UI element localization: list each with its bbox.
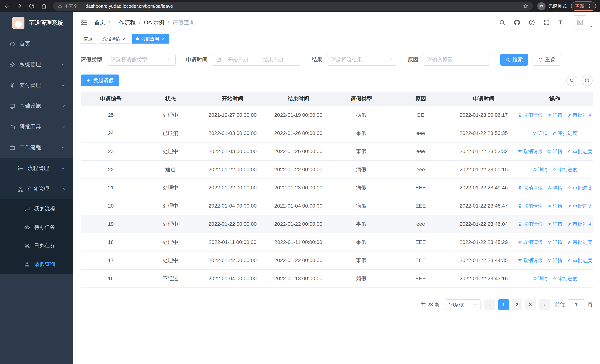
tab-0[interactable]: 首页 [80,34,96,44]
approval-progress-link[interactable]: 审批进度 [567,185,592,191]
page-size-select[interactable]: 10条/页 [445,299,481,310]
detail-link[interactable]: 详情 [547,239,562,246]
leave-type-select[interactable]: 请选择请假类型 [107,54,176,65]
sidebar-item-dashboard[interactable]: 首页 [0,33,73,54]
apply-time-range[interactable]: - [212,54,301,65]
cell: 2022-01-22 23:53:32 [450,142,517,160]
detail-link[interactable]: 详情 [547,257,562,264]
action-label: 详情 [553,257,562,264]
github-icon[interactable] [514,19,520,26]
bookmark-star-icon[interactable] [523,3,528,9]
sidebar-item-tree[interactable]: 任务管理 [0,179,73,199]
sidebar-item-chat[interactable]: 我的流程 [0,199,73,218]
detail-link[interactable]: 详情 [547,148,562,155]
close-icon[interactable] [161,37,165,41]
reason-field[interactable] [423,54,490,65]
breadcrumb-item[interactable]: 首页 [94,19,105,26]
cancel-leave-link[interactable]: 取消请假 [518,203,543,209]
edit-icon [552,131,557,135]
approval-progress-link[interactable]: 审批进度 [567,239,592,246]
tab-2[interactable]: 请假查询 [132,34,169,44]
prev-page-button[interactable] [484,299,495,310]
sidebar-item-monitor[interactable]: 基础设施 [0,96,73,116]
approval-progress-link[interactable]: 审批进度 [552,275,577,282]
sidebar-item-briefcase[interactable]: 工作流程 [0,137,73,158]
update-button[interactable]: 更新 [571,1,596,11]
cancel-leave-link[interactable]: 取消请假 [518,257,543,264]
font-size-icon[interactable] [558,19,565,26]
approval-progress-link[interactable]: 审批进度 [567,257,592,264]
cancel-leave-link[interactable]: 取消请假 [518,239,543,246]
close-icon[interactable] [122,37,126,41]
fullscreen-icon[interactable] [543,19,550,26]
detail-link[interactable]: 详情 [547,112,562,118]
sidebar-item-yen[interactable]: 支付管理 [0,75,73,96]
help-icon[interactable] [528,19,535,26]
sidebar-fold-icon[interactable] [80,19,88,26]
cancel-leave-link[interactable]: 取消请假 [518,221,543,227]
address-bar[interactable]: 不安全 dashboard.yudao.iocoder.cn/bpm/oa/le… [53,2,533,10]
refresh-table-button[interactable] [581,75,593,86]
detail-link[interactable]: 详情 [532,167,548,173]
end-date-input[interactable] [259,57,287,63]
cancel-leave-link[interactable]: 取消请假 [518,112,543,118]
browser-home-icon[interactable] [41,3,47,9]
approval-progress-link[interactable]: 审批进度 [567,203,592,209]
url-text[interactable]: dashboard.yudao.iocoder.cn/bpm/oa/leave [86,3,523,9]
app-logo[interactable]: 芋道管理系统 [0,12,73,33]
page-button-3[interactable]: 3 [525,299,536,310]
avatar[interactable] [573,15,587,29]
sidebar-item-done[interactable]: 已办任务 [0,236,73,255]
detail-link[interactable]: 详情 [547,185,562,191]
cancel-leave-link[interactable]: 取消请假 [518,185,543,191]
sidebar-item-user[interactable]: 请假查询 [0,255,73,274]
breadcrumb-item[interactable]: 工作流程 [113,19,136,26]
search-icon[interactable] [499,19,506,26]
approval-progress-link[interactable]: 审批进度 [567,148,592,155]
user-menu[interactable] [573,15,593,29]
apply-time-label: 申请时间 [186,56,207,63]
security-warning-icon[interactable] [57,3,63,9]
sidebar-item-toolbox[interactable]: 研发工具 [0,116,73,137]
breadcrumb-item[interactable]: OA 示例 [144,19,164,26]
sidebar-item-eye[interactable]: 待办任务 [0,218,73,236]
view-icon [547,240,552,244]
detail-link[interactable]: 详情 [532,275,548,282]
reload-icon[interactable] [28,3,35,9]
detail-link[interactable]: 详情 [547,221,562,227]
table-row: 24已取消2022-01-03 00:00:002022-01-26 00:00… [81,124,593,142]
reset-button[interactable]: 重置 [533,54,561,65]
page-button-2[interactable]: 2 [512,299,522,310]
approval-progress-link[interactable]: 审批进度 [552,167,577,173]
edit-icon [552,167,557,172]
detail-link[interactable]: 详情 [547,203,562,209]
browser-menu-icon[interactable] [587,4,592,9]
page-button-1[interactable]: 1 [498,299,509,310]
sidebar-item-gear[interactable]: 系统管理 [0,54,73,75]
goto-page-input[interactable] [568,299,585,310]
result-select[interactable]: 请选择流结果 [327,54,397,65]
chevron-down-icon [61,124,66,129]
start-date-input[interactable] [224,57,252,63]
toggle-search-button[interactable] [566,75,577,86]
sidebar-item-label: 我的流程 [34,205,55,212]
forward-icon[interactable] [16,3,23,9]
next-page-button[interactable] [539,299,550,310]
reason-input[interactable] [427,57,486,63]
search-button[interactable]: 搜索 [500,54,528,65]
search-icon [569,78,574,83]
back-icon[interactable] [4,3,10,9]
sidebar-item-list[interactable]: 流程管理 [0,158,73,179]
approval-progress-link[interactable]: 审批进度 [567,112,592,118]
column-header: 申请编号 [81,92,141,106]
filter-bar: 请假类型 请选择请假类型 申请时间 - 结果 [81,54,593,65]
cancel-leave-link[interactable]: 取消请假 [518,148,543,155]
sidebar-item-label: 研发工具 [19,123,41,131]
create-leave-button[interactable]: 发起请假 [81,75,119,86]
detail-link[interactable]: 详情 [532,130,548,137]
tab-1[interactable]: 流程详情 [99,34,130,44]
approval-progress-link[interactable]: 审批进度 [552,130,577,137]
leave-table: 申请编号状态开始时间结束时间请假类型原因申请时间操作 25处理中2021-12-… [81,92,593,288]
table-row: 21处理中2022-01-22 00:00:002022-01-23 00:00… [81,179,593,197]
approval-progress-link[interactable]: 审批进度 [567,221,592,227]
